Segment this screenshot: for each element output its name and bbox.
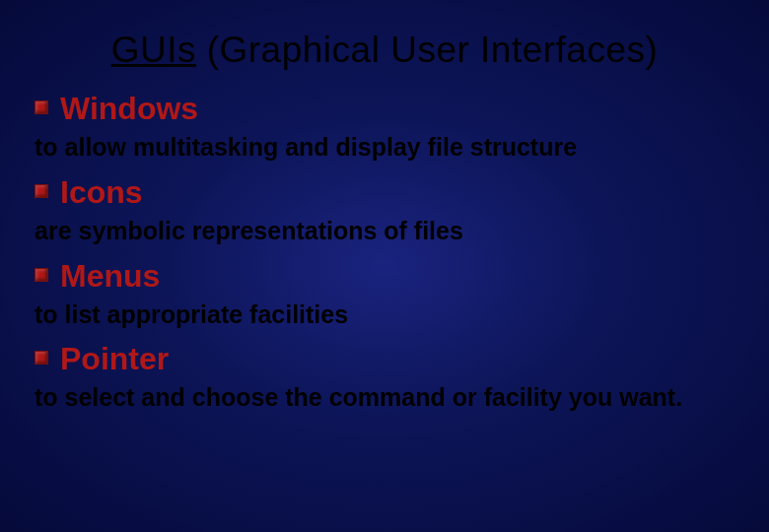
bullet-item: Pointer: [35, 341, 734, 377]
bullet-description: to allow multitasking and display file s…: [35, 131, 734, 165]
slide-title: GUIs (Graphical User Interfaces): [35, 30, 734, 71]
bullet-item: Windows: [35, 91, 734, 127]
bullet-marker-icon: [35, 351, 48, 365]
bullet-description: are symbolic representations of files: [35, 215, 734, 248]
bullet-heading: Icons: [60, 174, 143, 211]
title-expansion: (Graphical User Interfaces): [196, 30, 658, 70]
slide-content: GUIs (Graphical User Interfaces) Windows…: [0, 0, 769, 452]
bullet-item: Menus: [35, 258, 734, 295]
bullet-heading: Windows: [60, 91, 198, 127]
bullet-item: Icons: [35, 174, 734, 211]
bullet-heading: Pointer: [60, 341, 169, 377]
bullet-description: to select and choose the command or faci…: [35, 381, 734, 415]
bullet-marker-icon: [35, 100, 48, 114]
bullet-marker-icon: [35, 268, 48, 282]
bullet-heading: Menus: [60, 258, 160, 295]
bullet-marker-icon: [35, 184, 48, 198]
title-acronym: GUIs: [111, 30, 196, 70]
bullet-description: to list appropriate facilities: [35, 299, 734, 332]
